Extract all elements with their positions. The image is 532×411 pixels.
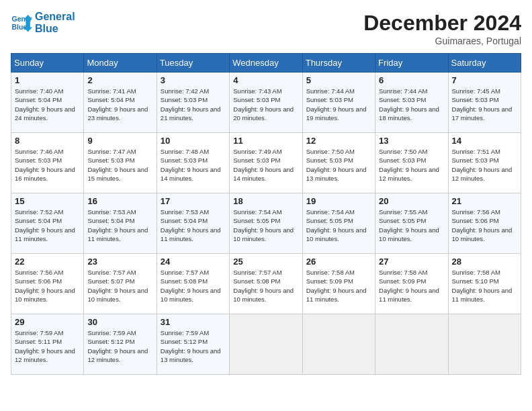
day-detail: Sunrise: 7:50 AMSunset: 5:03 PMDaylight:… [306, 147, 371, 183]
calendar-cell: 3Sunrise: 7:42 AMSunset: 5:03 PMDaylight… [157, 73, 229, 133]
weekday-header: Monday [84, 54, 157, 73]
day-number: 9 [87, 136, 152, 146]
calendar-week-row: 8Sunrise: 7:46 AMSunset: 5:03 PMDaylight… [11, 133, 521, 193]
day-number: 6 [379, 75, 444, 85]
calendar-cell: 28Sunrise: 7:58 AMSunset: 5:10 PMDayligh… [448, 254, 521, 314]
calendar-cell: 11Sunrise: 7:49 AMSunset: 5:03 PMDayligh… [230, 133, 302, 193]
day-detail: Sunrise: 7:53 AMSunset: 5:04 PMDaylight:… [161, 208, 226, 243]
page-header: General Blue GeneralBlue December 2024 G… [11, 11, 521, 46]
day-number: 10 [161, 136, 226, 146]
day-number: 3 [161, 75, 226, 85]
calendar-cell: 1Sunrise: 7:40 AMSunset: 5:04 PMDaylight… [11, 73, 84, 133]
calendar-cell: 8Sunrise: 7:46 AMSunset: 5:03 PMDaylight… [11, 133, 84, 193]
month-title: December 2024 [363, 11, 521, 36]
day-detail: Sunrise: 7:49 AMSunset: 5:03 PMDaylight:… [233, 147, 298, 183]
day-number: 8 [15, 136, 80, 146]
calendar-cell: 29Sunrise: 7:59 AMSunset: 5:11 PMDayligh… [11, 314, 84, 375]
day-detail: Sunrise: 7:40 AMSunset: 5:04 PMDaylight:… [15, 87, 80, 122]
weekday-header-row: SundayMondayTuesdayWednesdayThursdayFrid… [11, 54, 521, 73]
day-number: 18 [233, 196, 298, 206]
day-number: 12 [306, 136, 371, 146]
day-detail: Sunrise: 7:50 AMSunset: 5:03 PMDaylight:… [379, 147, 444, 183]
day-detail: Sunrise: 7:59 AMSunset: 5:12 PMDaylight:… [87, 328, 152, 364]
day-detail: Sunrise: 7:44 AMSunset: 5:03 PMDaylight:… [379, 87, 444, 122]
title-block: December 2024 Guimaraes, Portugal [363, 11, 521, 46]
calendar-cell: 24Sunrise: 7:57 AMSunset: 5:08 PMDayligh… [157, 254, 229, 314]
calendar-cell: 25Sunrise: 7:57 AMSunset: 5:08 PMDayligh… [230, 254, 302, 314]
day-number: 30 [87, 317, 152, 327]
day-number: 1 [15, 75, 80, 85]
calendar-week-row: 15Sunrise: 7:52 AMSunset: 5:04 PMDayligh… [11, 193, 521, 254]
calendar-cell: 19Sunrise: 7:54 AMSunset: 5:05 PMDayligh… [302, 193, 375, 254]
calendar-cell: 30Sunrise: 7:59 AMSunset: 5:12 PMDayligh… [84, 314, 157, 375]
calendar-cell: 14Sunrise: 7:51 AMSunset: 5:03 PMDayligh… [448, 133, 521, 193]
day-detail: Sunrise: 7:57 AMSunset: 5:07 PMDaylight:… [87, 268, 152, 304]
calendar-cell: 18Sunrise: 7:54 AMSunset: 5:05 PMDayligh… [230, 193, 302, 254]
calendar-cell [448, 314, 521, 375]
weekday-header: Saturday [448, 54, 521, 73]
logo-icon: General Blue [11, 12, 32, 34]
day-detail: Sunrise: 7:58 AMSunset: 5:09 PMDaylight:… [379, 268, 444, 304]
calendar-cell: 22Sunrise: 7:56 AMSunset: 5:06 PMDayligh… [11, 254, 84, 314]
day-number: 11 [233, 136, 298, 146]
day-detail: Sunrise: 7:47 AMSunset: 5:03 PMDaylight:… [87, 147, 152, 183]
day-detail: Sunrise: 7:42 AMSunset: 5:03 PMDaylight:… [161, 87, 226, 122]
day-detail: Sunrise: 7:44 AMSunset: 5:03 PMDaylight:… [306, 87, 371, 122]
day-number: 27 [379, 257, 444, 267]
day-number: 20 [379, 196, 444, 206]
calendar-week-row: 22Sunrise: 7:56 AMSunset: 5:06 PMDayligh… [11, 254, 521, 314]
weekday-header: Thursday [302, 54, 375, 73]
day-detail: Sunrise: 7:51 AMSunset: 5:03 PMDaylight:… [452, 147, 517, 183]
day-detail: Sunrise: 7:56 AMSunset: 5:06 PMDaylight:… [15, 268, 80, 304]
day-number: 16 [87, 196, 152, 206]
day-number: 4 [233, 75, 298, 85]
calendar-cell: 13Sunrise: 7:50 AMSunset: 5:03 PMDayligh… [375, 133, 448, 193]
day-number: 26 [306, 257, 371, 267]
calendar-cell: 5Sunrise: 7:44 AMSunset: 5:03 PMDaylight… [302, 73, 375, 133]
calendar-cell: 4Sunrise: 7:43 AMSunset: 5:03 PMDaylight… [230, 73, 302, 133]
day-number: 25 [233, 257, 298, 267]
day-number: 28 [452, 257, 517, 267]
logo: General Blue GeneralBlue [11, 11, 75, 35]
calendar-cell: 9Sunrise: 7:47 AMSunset: 5:03 PMDaylight… [84, 133, 157, 193]
day-number: 13 [379, 136, 444, 146]
calendar-cell: 21Sunrise: 7:56 AMSunset: 5:06 PMDayligh… [448, 193, 521, 254]
day-number: 19 [306, 196, 371, 206]
day-detail: Sunrise: 7:57 AMSunset: 5:08 PMDaylight:… [233, 268, 298, 304]
day-number: 2 [87, 75, 152, 85]
day-number: 22 [15, 257, 80, 267]
day-number: 5 [306, 75, 371, 85]
calendar-cell: 2Sunrise: 7:41 AMSunset: 5:04 PMDaylight… [84, 73, 157, 133]
day-number: 29 [15, 317, 80, 327]
calendar-cell: 10Sunrise: 7:48 AMSunset: 5:03 PMDayligh… [157, 133, 229, 193]
day-detail: Sunrise: 7:55 AMSunset: 5:05 PMDaylight:… [379, 208, 444, 243]
calendar-table: SundayMondayTuesdayWednesdayThursdayFrid… [11, 53, 521, 375]
day-detail: Sunrise: 7:58 AMSunset: 5:09 PMDaylight:… [306, 268, 371, 304]
day-detail: Sunrise: 7:41 AMSunset: 5:04 PMDaylight:… [87, 87, 152, 122]
calendar-cell: 6Sunrise: 7:44 AMSunset: 5:03 PMDaylight… [375, 73, 448, 133]
day-detail: Sunrise: 7:45 AMSunset: 5:03 PMDaylight:… [452, 87, 517, 122]
day-detail: Sunrise: 7:43 AMSunset: 5:03 PMDaylight:… [233, 87, 298, 122]
day-detail: Sunrise: 7:48 AMSunset: 5:03 PMDaylight:… [161, 147, 226, 183]
calendar-cell: 20Sunrise: 7:55 AMSunset: 5:05 PMDayligh… [375, 193, 448, 254]
location-subtitle: Guimaraes, Portugal [363, 36, 521, 46]
calendar-cell: 12Sunrise: 7:50 AMSunset: 5:03 PMDayligh… [302, 133, 375, 193]
day-number: 15 [15, 196, 80, 206]
calendar-cell: 23Sunrise: 7:57 AMSunset: 5:07 PMDayligh… [84, 254, 157, 314]
calendar-cell: 15Sunrise: 7:52 AMSunset: 5:04 PMDayligh… [11, 193, 84, 254]
logo-text: GeneralBlue [35, 11, 75, 35]
calendar-week-row: 1Sunrise: 7:40 AMSunset: 5:04 PMDaylight… [11, 73, 521, 133]
calendar-cell: 7Sunrise: 7:45 AMSunset: 5:03 PMDaylight… [448, 73, 521, 133]
day-detail: Sunrise: 7:46 AMSunset: 5:03 PMDaylight:… [15, 147, 80, 183]
day-detail: Sunrise: 7:57 AMSunset: 5:08 PMDaylight:… [161, 268, 226, 304]
weekday-header: Wednesday [230, 54, 302, 73]
calendar-cell [230, 314, 302, 375]
calendar-cell [302, 314, 375, 375]
weekday-header: Tuesday [157, 54, 229, 73]
day-detail: Sunrise: 7:52 AMSunset: 5:04 PMDaylight:… [15, 208, 80, 243]
day-detail: Sunrise: 7:54 AMSunset: 5:05 PMDaylight:… [233, 208, 298, 243]
day-detail: Sunrise: 7:58 AMSunset: 5:10 PMDaylight:… [452, 268, 517, 304]
day-detail: Sunrise: 7:53 AMSunset: 5:04 PMDaylight:… [87, 208, 152, 243]
calendar-cell [375, 314, 448, 375]
day-number: 17 [161, 196, 226, 206]
